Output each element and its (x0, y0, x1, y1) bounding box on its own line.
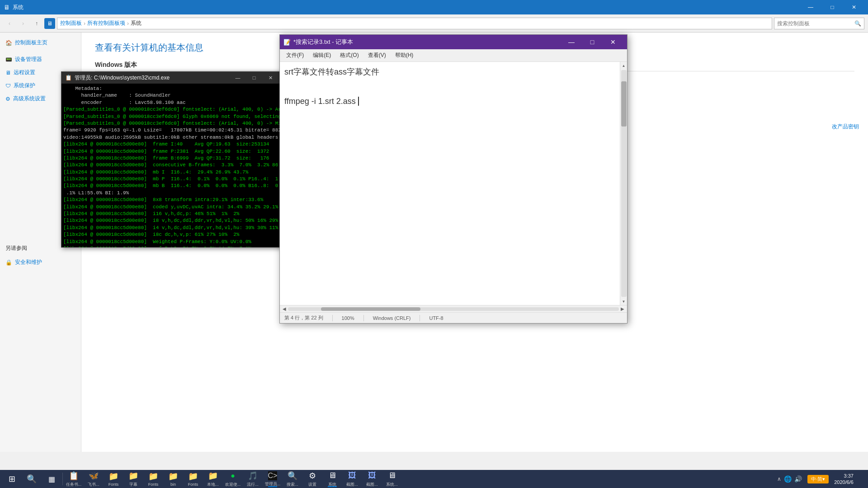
menu-help[interactable]: 帮助(H) (391, 50, 418, 61)
hscroll-left[interactable]: ◀ (281, 306, 288, 311)
sidebar-item-device-manager[interactable]: 📟 设备管理器 (0, 53, 81, 66)
systray: ∧ 🌐 🔊 中·简▾ 3:37 2020/6/6 (774, 470, 866, 488)
sep-1 (332, 315, 333, 321)
taskbar-fonts-1[interactable]: 📁 Fonts (104, 470, 123, 488)
notepad-text[interactable]: srt字幕文件转ass字幕文件 ffmpeg -i 1.srt 2.ass (280, 62, 620, 305)
ime-badge[interactable]: 中·简▾ (807, 475, 829, 483)
cmd-line: [libx264 @ 0000018cc5d00e80] i16 v,h,dc,… (63, 211, 280, 217)
notepad-titlebar: 📝 *搜索记录3.txt - 记事本 — □ ✕ (280, 35, 627, 49)
notepad-close[interactable]: ✕ (603, 35, 623, 49)
taskbar-feishu[interactable]: 🦋 飞书... (84, 470, 104, 488)
notepad-title: *搜索记录3.txt - 记事本 (293, 38, 561, 46)
menu-edit[interactable]: 编辑(E) (308, 50, 335, 61)
folder3-icon: 📁 (148, 471, 158, 481)
cmd-window: 📋 管理员: C:\Windows\system32\cmd.exe — □ ✕… (61, 71, 283, 248)
search2-icon: 🔍 (288, 471, 297, 481)
notepad-statusbar: 第 4 行，第 22 列 100% Windows (CRLF) UTF-8 (280, 312, 627, 323)
breadcrumb-item-3: 系统 (131, 19, 142, 27)
menu-file[interactable]: 文件(F) (282, 50, 308, 61)
cmd-line: [libx264 @ 0000018cc5d00e80] frame I:40 … (63, 141, 280, 148)
cmd-body[interactable]: Metadata: handler_name : SoundHandler en… (61, 84, 282, 247)
taskbar-zimou[interactable]: 📁 字幕 (123, 470, 143, 488)
close-button[interactable]: ✕ (844, 0, 864, 14)
notepad-minimize[interactable]: — (561, 35, 582, 49)
hscroll[interactable]: ◀ ▶ (280, 305, 627, 312)
vscroll-track[interactable] (621, 70, 627, 297)
taskbar-app-1[interactable]: 📋 任务书... (64, 470, 84, 488)
back-button[interactable]: ‹ (4, 18, 15, 29)
screenshot-icon: 🖼 (347, 471, 357, 481)
up-button[interactable]: ↑ (31, 18, 42, 29)
sidebar-label-remote: 远程设置 (14, 69, 35, 76)
show-desktop[interactable] (859, 470, 863, 488)
menu-view[interactable]: 查看(V) (363, 50, 391, 61)
cmd-line: [Parsed_subtitles_0 @ 0000018cc3ef6dc0] … (63, 113, 280, 120)
vscroll-down[interactable]: ▼ (620, 298, 627, 305)
welcome-label: 欢迎使... (225, 482, 241, 488)
systray-network[interactable]: 🌐 (784, 475, 792, 483)
search-input[interactable] (777, 20, 854, 27)
breadcrumb-sep-2: › (127, 20, 129, 27)
minimize-button[interactable]: — (800, 0, 821, 14)
taskbar-system2[interactable]: 🖥 系统... (382, 470, 402, 488)
start-button[interactable]: ⊞ (2, 470, 22, 488)
status-zoom: 100% (342, 315, 354, 321)
cmd-minimize[interactable]: — (230, 72, 246, 84)
taskbar-search2[interactable]: 🔍 搜索... (283, 470, 302, 488)
notepad-maximize[interactable]: □ (582, 35, 603, 49)
cmd-line: [libx264 @ 0000018cc5d00e80] coded y,uvD… (63, 204, 280, 211)
app1-label: 任务书... (66, 482, 82, 488)
taskbar-fonts-3[interactable]: 📁 Fonts (183, 470, 203, 488)
sidebar-home[interactable]: 🏠 控制面板主页 (0, 36, 81, 49)
taskbar-local[interactable]: 📁 本地... (203, 470, 223, 488)
taskbar-welcome[interactable]: ● 欢迎使... (223, 470, 243, 488)
hscroll-track[interactable] (288, 307, 619, 311)
security-icon: 🔒 (5, 259, 12, 266)
taskbar-task-view[interactable]: ▦ (42, 470, 61, 488)
search-box[interactable]: 🔍 (774, 18, 864, 29)
advanced-icon: ⚙ (5, 96, 10, 102)
home-icon: 🏠 (5, 40, 12, 46)
notepad-icon: 📝 (283, 39, 291, 46)
taskbar-admin-cmd[interactable]: C> 管理员... (263, 470, 283, 488)
taskbar-system[interactable]: 🖥 系统 (322, 470, 342, 488)
upgrade-link[interactable]: 改产品密钥 (832, 123, 859, 131)
cmd-maximize[interactable]: □ (246, 72, 262, 84)
sidebar-label-device: 设备管理器 (15, 56, 42, 63)
clock[interactable]: 3:37 2020/6/6 (830, 473, 857, 486)
breadcrumb-item-1[interactable]: 控制面板 (60, 19, 82, 27)
search-icon: 🔍 (27, 474, 37, 484)
taskbar-fonts-2[interactable]: 📁 Fonts (143, 470, 163, 488)
taskbar-screenshot2[interactable]: 🖼 截图... (362, 470, 382, 488)
cmd-line: [Parsed_subtitles_0 @ 0000018cc3ef6dc0] … (63, 120, 280, 127)
sidebar-label-security: 安全和维护 (15, 258, 42, 266)
window-title: 系统 (13, 4, 800, 11)
address-bar: ‹ › ↑ 🖥 控制面板 › 所有控制面板项 › 系统 🔍 (0, 14, 868, 33)
menu-format[interactable]: 格式(O) (335, 50, 363, 61)
sidebar-item-security[interactable]: 🔒 安全和维护 (0, 256, 81, 269)
sidebar-label-protection: 系统保护 (14, 82, 35, 89)
cmd-title: 管理员: C:\Windows\system32\cmd.exe (75, 74, 230, 82)
taskbar-bin[interactable]: 📁 bin (163, 470, 183, 488)
cmd-line: [libx264 @ 0000018cc5d00e80] Weighted P-… (63, 239, 280, 245)
breadcrumb[interactable]: 控制面板 › 所有控制面板项 › 系统 (57, 18, 772, 29)
taskbar-music[interactable]: 🎵 流行... (243, 470, 263, 488)
hscroll-right[interactable]: ▶ (619, 306, 626, 311)
notepad-window: 📝 *搜索记录3.txt - 记事本 — □ ✕ 文件(F) 编辑(E) 格式(… (279, 34, 627, 324)
systray-volume[interactable]: 🔊 (794, 475, 802, 483)
maximize-button[interactable]: □ (822, 0, 843, 14)
cmd-close[interactable]: ✕ (262, 72, 278, 84)
status-position: 第 4 行，第 22 列 (284, 314, 323, 321)
task-view-icon: ▦ (47, 474, 57, 484)
cmd-line: [libx264 @ 0000018cc5d00e80] i8 v,h,dc,d… (63, 217, 280, 224)
taskbar-search[interactable]: 🔍 (22, 470, 42, 488)
vscroll[interactable]: ▲ ▼ (620, 62, 627, 305)
system-label: 系统 (328, 482, 336, 488)
breadcrumb-item-2[interactable]: 所有控制面板项 (87, 19, 125, 27)
forward-button[interactable]: › (17, 18, 29, 29)
notepad-line-2 (284, 79, 615, 94)
systray-expand[interactable]: ∧ (777, 476, 781, 482)
vscroll-up[interactable]: ▲ (620, 62, 627, 69)
taskbar-screenshot[interactable]: 🖼 截图... (342, 470, 362, 488)
taskbar-settings[interactable]: ⚙ 设置 (302, 470, 322, 488)
